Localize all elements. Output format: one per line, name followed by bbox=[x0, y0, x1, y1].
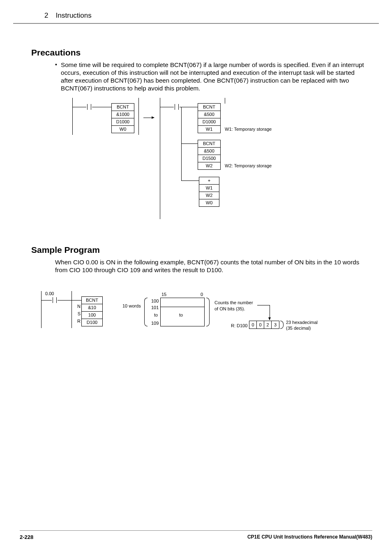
page-number: 2-228 bbox=[20, 534, 33, 540]
precautions-text: Some time will be required to complete B… bbox=[61, 61, 368, 92]
plus-a: W1 bbox=[199, 185, 219, 192]
d3: 3 bbox=[272, 321, 279, 328]
s-bcnt-s: 100 bbox=[82, 312, 102, 319]
bcnt3-n: &500 bbox=[198, 148, 220, 155]
idx109: 109 bbox=[151, 321, 159, 326]
counts1: Counts the number bbox=[214, 300, 253, 305]
page-header: 2 Instructions bbox=[13, 0, 379, 24]
contact-label: 0.00 bbox=[45, 291, 54, 296]
page-footer: 2-228 CP1E CPU Unit Instructions Referen… bbox=[20, 530, 372, 540]
d2: 2 bbox=[264, 321, 272, 328]
bcnt-op: BCNT bbox=[112, 104, 134, 111]
sample-diagram: 0.00 N S R BCNT &10 100 D100 10 words 10… bbox=[31, 287, 368, 336]
idx-to: to bbox=[154, 312, 158, 317]
bullet-icon: • bbox=[55, 61, 61, 92]
result-label: R: D100 bbox=[231, 323, 247, 328]
bcnt-s: D1000 bbox=[112, 118, 134, 126]
result-box: 0 0 2 3 bbox=[249, 321, 279, 329]
plus-op: + bbox=[199, 177, 219, 185]
d1: 0 bbox=[257, 321, 264, 328]
bcnt2-r: W1 bbox=[198, 126, 220, 133]
idx100: 100 bbox=[151, 298, 159, 303]
bcnt2-n: &500 bbox=[198, 111, 220, 118]
bcnt-n: &1000 bbox=[112, 111, 134, 118]
hex-label: 23 hexadecimal bbox=[286, 320, 318, 325]
s-bcnt-n: &10 bbox=[82, 304, 102, 312]
w1-label: W1: Temporary storage bbox=[225, 127, 272, 132]
plus-b: W2 bbox=[199, 192, 219, 199]
bcnt-r: W0 bbox=[112, 126, 134, 133]
sample-text: When CIO 0.00 is ON in the following exa… bbox=[55, 258, 368, 274]
idx101: 101 bbox=[151, 305, 159, 310]
section-number: 2 bbox=[44, 12, 48, 19]
param-r: R bbox=[76, 319, 81, 324]
precautions-bullet: • Some time will be required to complete… bbox=[55, 61, 368, 92]
d0: 0 bbox=[249, 321, 257, 328]
bcnt3-r: W2 bbox=[198, 162, 220, 169]
counts2: of ON bits (35). bbox=[214, 306, 245, 311]
section-title: Instructions bbox=[56, 12, 92, 19]
manual-name: CP1E CPU Unit Instructions Reference Man… bbox=[247, 534, 372, 540]
bit15: 15 bbox=[161, 292, 166, 297]
param-n: N bbox=[76, 304, 81, 309]
plus-r: W0 bbox=[199, 199, 219, 206]
precautions-title: Precautions bbox=[31, 48, 372, 58]
dec-label: (35 decimal) bbox=[286, 326, 311, 331]
bcnt2-s: D1000 bbox=[198, 118, 220, 126]
s-bcnt-r: D100 bbox=[82, 319, 102, 326]
sample-title: Sample Program bbox=[31, 245, 372, 255]
bcnt2-op: BCNT bbox=[198, 104, 220, 111]
w2-label: W2: Temporary storage bbox=[225, 163, 272, 168]
bcnt3-op: BCNT bbox=[198, 140, 220, 148]
param-s: S bbox=[76, 311, 81, 316]
bcnt3-s: D1500 bbox=[198, 155, 220, 162]
ten-words: 10 words bbox=[122, 303, 141, 308]
precautions-diagram: BCNT &1000 D1000 W0 BCNT &500 D1000 W1 W… bbox=[70, 98, 333, 221]
bit0: 0 bbox=[201, 292, 203, 297]
s-bcnt-op: BCNT bbox=[82, 297, 102, 304]
bits-to: to bbox=[179, 312, 183, 317]
